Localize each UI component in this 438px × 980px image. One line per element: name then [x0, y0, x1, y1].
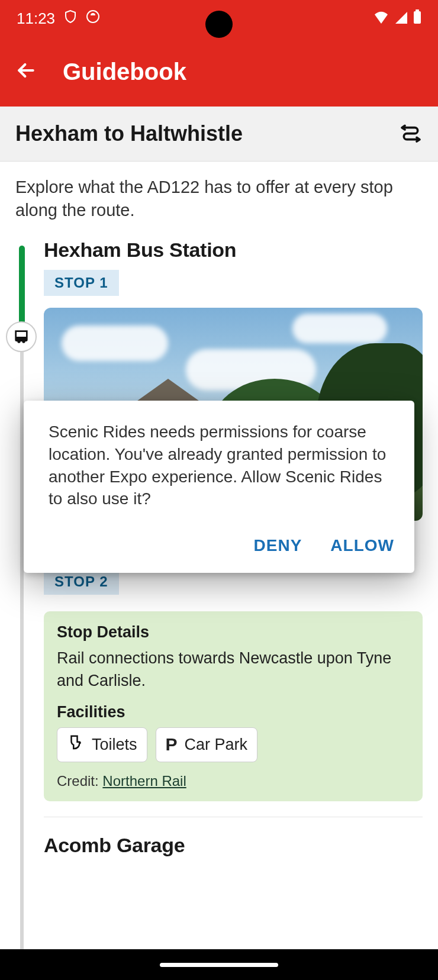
nav-handle[interactable]	[160, 963, 278, 967]
stop-1-badge: STOP 1	[44, 270, 119, 296]
stop-1-title: Hexham Bus Station	[44, 238, 423, 262]
android-nav-bar	[0, 949, 438, 980]
svg-point-0	[87, 11, 99, 22]
route-icon[interactable]	[399, 121, 423, 147]
credit-link[interactable]: Northern Rail	[102, 773, 186, 789]
app-bar: Guidebook	[0, 37, 438, 107]
facility-chip-toilets: Toilets	[57, 727, 147, 762]
credit-row: Credit: Northern Rail	[57, 773, 410, 789]
toilet-icon	[67, 734, 85, 756]
back-icon[interactable]	[14, 59, 38, 85]
status-left: 11:23	[17, 9, 100, 28]
deny-button[interactable]: DENY	[250, 531, 306, 560]
bus-marker-icon	[6, 321, 37, 352]
signal-icon	[394, 9, 408, 28]
svg-rect-1	[414, 11, 421, 24]
facility-chips: Toilets P Car Park	[57, 727, 410, 762]
facility-chip-carpark: P Car Park	[156, 727, 258, 762]
stop-3-title: Acomb Garage	[44, 834, 423, 857]
status-time: 11:23	[17, 9, 55, 28]
shield-icon	[63, 9, 78, 28]
camera-notch	[205, 11, 233, 38]
stop-2: Hexham Railway Station STOP 2 Stop Detai…	[44, 537, 423, 817]
battery-icon	[413, 9, 421, 28]
facilities-heading: Facilities	[57, 703, 410, 721]
stop-details-heading: Stop Details	[57, 623, 410, 641]
credit-label: Credit:	[57, 773, 99, 789]
subheader: Hexham to Haltwhistle	[0, 107, 438, 162]
facility-label: Toilets	[92, 736, 137, 754]
divider	[44, 817, 423, 817]
intro-text: Explore what the AD122 has to offer at e…	[0, 162, 438, 238]
allow-button[interactable]: ALLOW	[327, 531, 398, 560]
dialog-actions: DENY ALLOW	[49, 531, 398, 560]
circle-icon	[86, 9, 100, 28]
stop-2-details-card: Stop Details Rail connections towards Ne…	[44, 611, 423, 801]
stop-details-text: Rail connections towards Newcastle upon …	[57, 647, 410, 692]
stop-3: Acomb Garage	[44, 834, 423, 857]
route-title: Hexham to Haltwhistle	[15, 121, 243, 146]
facility-label: Car Park	[185, 736, 248, 754]
status-right	[373, 9, 421, 28]
wifi-icon	[373, 9, 389, 28]
dialog-text: Scenic Rides needs permissions for coars…	[49, 421, 398, 510]
svg-rect-2	[416, 9, 419, 11]
parking-icon: P	[166, 734, 178, 755]
permission-dialog: Scenic Rides needs permissions for coars…	[24, 401, 414, 573]
app-title: Guidebook	[63, 59, 186, 85]
